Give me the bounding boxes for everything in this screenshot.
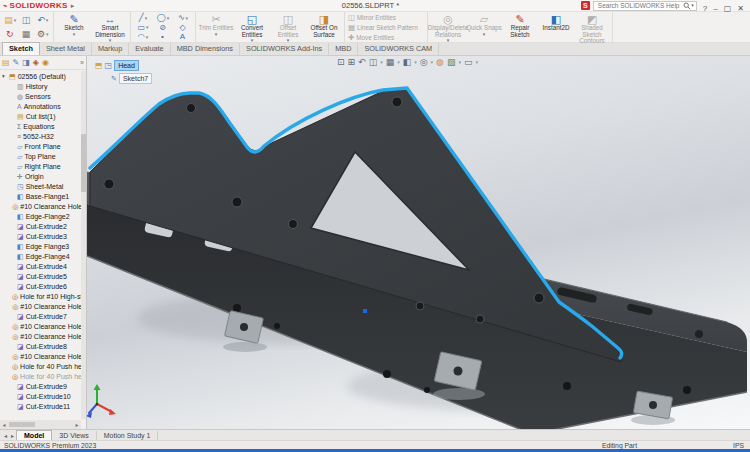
tree-item[interactable]: ◎#10 Clearance Hole2 bbox=[0, 301, 86, 311]
quick-snaps-button[interactable]: ▱Quick Snaps▾ bbox=[466, 12, 502, 42]
edit-appearance-icon[interactable]: ◍ bbox=[436, 58, 444, 67]
tree-item[interactable]: ◎Hole for #10 High-strength Studs bbox=[0, 291, 86, 301]
display-delete-relations-button[interactable]: ◎Display/Delete Relations▾ bbox=[430, 12, 466, 42]
tree-item[interactable]: ◪Cut-Extrude9 bbox=[0, 381, 86, 391]
tree-item[interactable]: ◪Cut-Extrude11 bbox=[0, 401, 86, 411]
repair-sketch-button[interactable]: ✎Repair Sketch bbox=[502, 12, 538, 42]
ribbon-tab[interactable]: MBD Dimensions bbox=[171, 43, 240, 55]
tree-item[interactable]: ◪Cut-Extrude5 bbox=[0, 271, 86, 281]
save-icon[interactable]: ◫ bbox=[18, 15, 34, 25]
ribbon-tab[interactable]: Evaluate bbox=[129, 43, 170, 55]
units-label[interactable]: IPS bbox=[733, 442, 744, 449]
circle-tool-icon[interactable]: ◯▾ bbox=[153, 13, 173, 22]
tree-item[interactable]: ◪Cut-Extrude6 bbox=[0, 281, 86, 291]
menu-expand-arrow[interactable]: ▸ bbox=[71, 2, 75, 10]
trim-entities-button[interactable]: ✂Trim Entities▾ bbox=[198, 12, 234, 42]
document-tab[interactable]: Motion Study 1 bbox=[97, 431, 159, 440]
tree-item[interactable]: ◎#10 Clearance Hole1 bbox=[0, 201, 86, 211]
tree-item[interactable]: ◎#10 Clearance Hole3 bbox=[0, 321, 86, 331]
settings-caret-icon[interactable]: ▾ bbox=[476, 60, 479, 65]
ribbon-tab[interactable]: MBD bbox=[329, 43, 358, 55]
panel-overflow-icon[interactable]: » bbox=[80, 59, 84, 66]
options-icon[interactable]: ⚙▾ bbox=[35, 29, 51, 39]
breadcrumb-part-chip[interactable]: Head bbox=[114, 60, 139, 71]
section-view-icon[interactable]: ◫ bbox=[369, 58, 378, 67]
tabs-scroll-left-icon[interactable]: ◂ bbox=[2, 432, 9, 440]
instant2d-button[interactable]: ◧Instant2D bbox=[538, 12, 574, 42]
tree-item[interactable]: ◪Cut-Extrude7 bbox=[0, 311, 86, 321]
undo-icon[interactable]: ↶▾ bbox=[35, 15, 51, 25]
part-model[interactable] bbox=[87, 88, 747, 429]
zoom-fit-icon[interactable]: ⊡ bbox=[337, 58, 345, 67]
minimize-button[interactable]: – bbox=[710, 4, 720, 13]
scroll-right-icon[interactable]: ▸ bbox=[73, 421, 81, 428]
convert-entities-button[interactable]: ◱Convert Entities▾ bbox=[234, 12, 270, 42]
point-tool-icon[interactable]: • bbox=[153, 32, 173, 41]
view-settings-icon[interactable]: ▭ bbox=[464, 58, 473, 67]
ribbon-tab[interactable]: Markup bbox=[92, 43, 129, 55]
tree-horizontal-scrollbar[interactable]: ◂ ▸ bbox=[0, 420, 81, 429]
tree-item[interactable]: ▱Front Plane bbox=[0, 141, 86, 151]
display-caret-icon[interactable]: ▾ bbox=[414, 60, 417, 65]
scroll-left-icon[interactable]: ◂ bbox=[0, 421, 8, 428]
body-icon[interactable]: ◳ bbox=[105, 62, 113, 70]
shaded-sketch-contours-button[interactable]: ◩Shaded Sketch Contours bbox=[574, 12, 610, 42]
ribbon-tab[interactable]: SOLIDWORKS CAM bbox=[358, 43, 439, 55]
part-canvas[interactable] bbox=[87, 56, 750, 429]
sketch-button[interactable]: ✎Sketch▾ bbox=[56, 12, 92, 42]
tree-item[interactable]: ✛Origin bbox=[0, 171, 86, 181]
tree-item[interactable]: ◪Cut-Extrude4 bbox=[0, 261, 86, 271]
tree-item[interactable]: AAnnotations bbox=[0, 101, 86, 111]
sw-resources-icon[interactable]: S bbox=[581, 1, 590, 10]
tree-item[interactable]: ▾⬒02556 (Default) bbox=[0, 71, 86, 81]
offset-on-surface-button[interactable]: ◨Offset On Surface bbox=[306, 12, 342, 42]
apply-scene-icon[interactable]: ▨ bbox=[447, 58, 456, 67]
ribbon-tab[interactable]: Sketch bbox=[2, 42, 40, 55]
document-tab[interactable]: Model bbox=[16, 430, 52, 440]
previous-view-icon[interactable]: ↶ bbox=[358, 58, 366, 67]
tree-item[interactable]: ◪Cut-Extrude8 bbox=[0, 341, 86, 351]
tree-item[interactable]: ◎#10 Clearance Hole5 bbox=[0, 351, 86, 361]
ribbon-tab[interactable]: Sheet Metal bbox=[40, 43, 92, 55]
graphics-viewport[interactable]: ⊡⊞↶◫▾▦▾◧▾◎▾◍▨▾▭▾ ⬒ ◳ Head ✎ Sketch7 bbox=[87, 56, 750, 429]
mirror-entities-button[interactable]: ◫Mirror Entities bbox=[348, 12, 424, 22]
text-tool-icon[interactable]: A bbox=[173, 32, 193, 41]
hide-caret-icon[interactable]: ▾ bbox=[431, 60, 434, 65]
zoom-area-icon[interactable]: ⊞ bbox=[348, 58, 356, 67]
search-caret-icon[interactable]: ▾ bbox=[691, 3, 694, 8]
help-icon[interactable]: ? bbox=[700, 4, 710, 13]
rectangle-tool-icon[interactable]: ▭▾ bbox=[133, 23, 153, 32]
scroll-thumb[interactable] bbox=[9, 422, 35, 427]
tree-item[interactable]: ◍Sensors bbox=[0, 91, 86, 101]
tree-item[interactable]: ▱Right Plane bbox=[0, 161, 86, 171]
tabs-scroll-right-icon[interactable]: ▸ bbox=[9, 432, 16, 440]
smart-dimension-button[interactable]: ↔Smart Dimension▾ bbox=[92, 12, 128, 42]
tree-vertical-scrollbar[interactable] bbox=[81, 71, 86, 419]
tree-item[interactable]: ◳Sheet-Metal bbox=[0, 181, 86, 191]
configurationmanager-icon[interactable]: ◨ bbox=[22, 59, 30, 67]
rebuild-icon[interactable]: ↻ bbox=[2, 29, 18, 39]
display-style-icon[interactable]: ◧ bbox=[403, 58, 412, 67]
propertymanager-icon[interactable]: ✎ bbox=[13, 59, 20, 67]
part-icon[interactable]: ⬒ bbox=[95, 62, 103, 70]
dimxpert-icon[interactable]: ◈ bbox=[33, 59, 39, 67]
displaymanager-icon[interactable]: ◉ bbox=[42, 59, 49, 67]
search-input[interactable] bbox=[596, 1, 683, 10]
ellipse-tool-icon[interactable]: ⊘ bbox=[153, 23, 173, 32]
tree-item[interactable]: ◪Cut-Extrude10 bbox=[0, 391, 86, 401]
tree-item[interactable]: ▱Top Plane bbox=[0, 151, 86, 161]
line-tool-icon[interactable]: ╱▾ bbox=[133, 13, 153, 22]
tree-item[interactable]: ◧Edge-Flange4 bbox=[0, 251, 86, 261]
tree-item[interactable]: ◎Hole for 40 Push head Studs (F-1 bbox=[0, 361, 86, 371]
tree-item[interactable]: ΣEquations bbox=[0, 121, 86, 131]
polygon-tool-icon[interactable]: ◇ bbox=[173, 23, 193, 32]
document-tab[interactable]: 3D Views bbox=[52, 431, 96, 440]
view-orientation-icon[interactable]: ▦ bbox=[386, 58, 395, 67]
orientation-caret-icon[interactable]: ▾ bbox=[397, 60, 400, 65]
featuremanager-tree-icon[interactable]: ▤ bbox=[2, 59, 10, 67]
tree-item[interactable]: ◧Edge-Flange2 bbox=[0, 211, 86, 221]
offset-entities-button[interactable]: ◫Offset Entities▾ bbox=[270, 12, 306, 42]
linear-sketch-pattern-button[interactable]: ▦Linear Sketch Pattern bbox=[348, 22, 424, 32]
tree-item[interactable]: ▥History bbox=[0, 81, 86, 91]
scene-caret-icon[interactable]: ▾ bbox=[458, 60, 461, 65]
